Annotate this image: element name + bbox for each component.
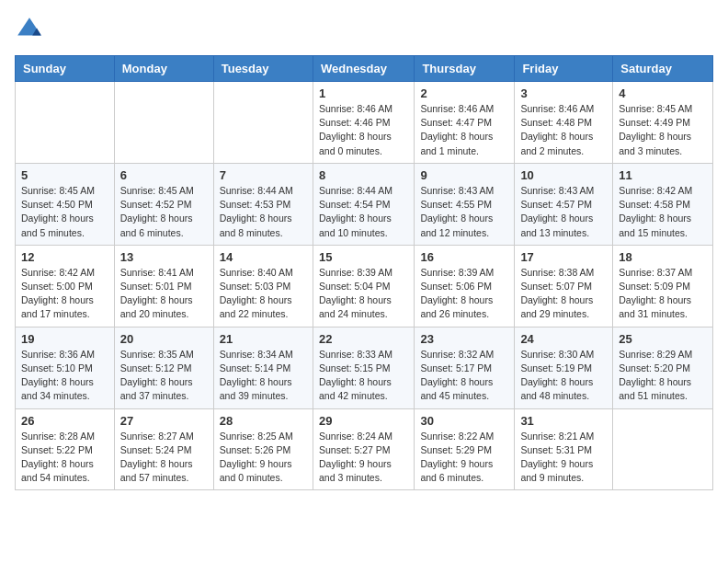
day-number: 24 — [520, 332, 607, 346]
day-cell — [16, 82, 115, 164]
day-number: 17 — [520, 250, 607, 264]
day-number: 14 — [220, 250, 307, 264]
day-cell: 26Sunrise: 8:28 AM Sunset: 5:22 PM Dayli… — [16, 408, 115, 490]
day-number: 23 — [420, 332, 508, 346]
logo — [15, 15, 48, 44]
day-info: Sunrise: 8:29 AM Sunset: 5:20 PM Dayligh… — [619, 348, 707, 404]
day-cell: 17Sunrise: 8:38 AM Sunset: 5:07 PM Dayli… — [515, 245, 613, 327]
day-number: 31 — [520, 414, 607, 428]
day-number: 11 — [619, 168, 707, 182]
day-cell — [213, 82, 313, 164]
day-cell: 18Sunrise: 8:37 AM Sunset: 5:09 PM Dayli… — [613, 245, 713, 327]
day-info: Sunrise: 8:39 AM Sunset: 5:06 PM Dayligh… — [420, 266, 508, 322]
day-number: 29 — [319, 414, 408, 428]
weekday-header-saturday: Saturday — [613, 56, 713, 82]
day-cell — [114, 82, 213, 164]
day-number: 2 — [420, 86, 508, 100]
weekday-header-thursday: Thursday — [415, 56, 515, 82]
week-row-5: 26Sunrise: 8:28 AM Sunset: 5:22 PM Dayli… — [16, 408, 713, 490]
day-info: Sunrise: 8:43 AM Sunset: 4:57 PM Dayligh… — [520, 184, 607, 240]
day-cell: 15Sunrise: 8:39 AM Sunset: 5:04 PM Dayli… — [313, 245, 414, 327]
day-cell: 1Sunrise: 8:46 AM Sunset: 4:46 PM Daylig… — [313, 82, 414, 164]
day-number: 27 — [120, 414, 208, 428]
day-cell: 21Sunrise: 8:34 AM Sunset: 5:14 PM Dayli… — [213, 327, 313, 408]
day-cell: 4Sunrise: 8:45 AM Sunset: 4:49 PM Daylig… — [613, 82, 713, 164]
day-number: 21 — [220, 332, 307, 346]
day-number: 12 — [21, 250, 108, 264]
day-cell: 10Sunrise: 8:43 AM Sunset: 4:57 PM Dayli… — [515, 163, 613, 245]
week-row-3: 12Sunrise: 8:42 AM Sunset: 5:00 PM Dayli… — [16, 245, 713, 327]
weekday-header-row: SundayMondayTuesdayWednesdayThursdayFrid… — [16, 56, 713, 82]
day-cell: 16Sunrise: 8:39 AM Sunset: 5:06 PM Dayli… — [415, 245, 515, 327]
day-number: 1 — [319, 86, 408, 100]
day-cell: 31Sunrise: 8:21 AM Sunset: 5:31 PM Dayli… — [515, 408, 613, 490]
day-info: Sunrise: 8:42 AM Sunset: 4:58 PM Dayligh… — [619, 184, 707, 240]
day-cell: 22Sunrise: 8:33 AM Sunset: 5:15 PM Dayli… — [313, 327, 414, 408]
day-cell: 28Sunrise: 8:25 AM Sunset: 5:26 PM Dayli… — [213, 408, 313, 490]
day-cell: 29Sunrise: 8:24 AM Sunset: 5:27 PM Dayli… — [313, 408, 414, 490]
day-number: 3 — [520, 86, 607, 100]
day-cell: 9Sunrise: 8:43 AM Sunset: 4:55 PM Daylig… — [415, 163, 515, 245]
day-info: Sunrise: 8:24 AM Sunset: 5:27 PM Dayligh… — [319, 430, 408, 486]
day-number: 30 — [420, 414, 508, 428]
day-number: 9 — [420, 168, 508, 182]
day-number: 15 — [319, 250, 408, 264]
day-info: Sunrise: 8:44 AM Sunset: 4:54 PM Dayligh… — [319, 184, 408, 240]
day-number: 7 — [220, 168, 307, 182]
day-cell: 20Sunrise: 8:35 AM Sunset: 5:12 PM Dayli… — [114, 327, 213, 408]
day-cell: 12Sunrise: 8:42 AM Sunset: 5:00 PM Dayli… — [16, 245, 115, 327]
day-info: Sunrise: 8:33 AM Sunset: 5:15 PM Dayligh… — [319, 348, 408, 404]
day-info: Sunrise: 8:35 AM Sunset: 5:12 PM Dayligh… — [120, 348, 208, 404]
day-info: Sunrise: 8:42 AM Sunset: 5:00 PM Dayligh… — [21, 266, 108, 322]
week-row-1: 1Sunrise: 8:46 AM Sunset: 4:46 PM Daylig… — [16, 82, 713, 164]
day-info: Sunrise: 8:34 AM Sunset: 5:14 PM Dayligh… — [220, 348, 307, 404]
day-info: Sunrise: 8:43 AM Sunset: 4:55 PM Dayligh… — [420, 184, 508, 240]
day-number: 22 — [319, 332, 408, 346]
calendar-table: SundayMondayTuesdayWednesdayThursdayFrid… — [15, 55, 713, 490]
day-cell — [613, 408, 713, 490]
day-info: Sunrise: 8:22 AM Sunset: 5:29 PM Dayligh… — [420, 430, 508, 486]
day-number: 6 — [120, 168, 208, 182]
day-info: Sunrise: 8:40 AM Sunset: 5:03 PM Dayligh… — [220, 266, 307, 322]
day-info: Sunrise: 8:39 AM Sunset: 5:04 PM Dayligh… — [319, 266, 408, 322]
day-cell: 7Sunrise: 8:44 AM Sunset: 4:53 PM Daylig… — [213, 163, 313, 245]
weekday-header-monday: Monday — [114, 56, 213, 82]
day-info: Sunrise: 8:45 AM Sunset: 4:52 PM Dayligh… — [120, 184, 208, 240]
day-cell: 3Sunrise: 8:46 AM Sunset: 4:48 PM Daylig… — [515, 82, 613, 164]
day-number: 16 — [420, 250, 508, 264]
weekday-header-tuesday: Tuesday — [213, 56, 313, 82]
day-cell: 23Sunrise: 8:32 AM Sunset: 5:17 PM Dayli… — [415, 327, 515, 408]
logo-icon — [15, 15, 44, 44]
day-number: 4 — [619, 86, 707, 100]
day-cell: 14Sunrise: 8:40 AM Sunset: 5:03 PM Dayli… — [213, 245, 313, 327]
day-cell: 2Sunrise: 8:46 AM Sunset: 4:47 PM Daylig… — [415, 82, 515, 164]
day-number: 20 — [120, 332, 208, 346]
day-cell: 11Sunrise: 8:42 AM Sunset: 4:58 PM Dayli… — [613, 163, 713, 245]
day-number: 28 — [220, 414, 307, 428]
day-number: 18 — [619, 250, 707, 264]
week-row-2: 5Sunrise: 8:45 AM Sunset: 4:50 PM Daylig… — [16, 163, 713, 245]
day-cell: 25Sunrise: 8:29 AM Sunset: 5:20 PM Dayli… — [613, 327, 713, 408]
weekday-header-sunday: Sunday — [16, 56, 115, 82]
day-number: 13 — [120, 250, 208, 264]
weekday-header-friday: Friday — [515, 56, 613, 82]
day-cell: 27Sunrise: 8:27 AM Sunset: 5:24 PM Dayli… — [114, 408, 213, 490]
day-info: Sunrise: 8:41 AM Sunset: 5:01 PM Dayligh… — [120, 266, 208, 322]
day-info: Sunrise: 8:46 AM Sunset: 4:46 PM Dayligh… — [319, 102, 408, 158]
day-info: Sunrise: 8:32 AM Sunset: 5:17 PM Dayligh… — [420, 348, 508, 404]
day-info: Sunrise: 8:46 AM Sunset: 4:48 PM Dayligh… — [520, 102, 607, 158]
day-info: Sunrise: 8:27 AM Sunset: 5:24 PM Dayligh… — [120, 430, 208, 486]
day-number: 19 — [21, 332, 108, 346]
day-number: 25 — [619, 332, 707, 346]
page-header — [15, 15, 713, 44]
day-cell: 8Sunrise: 8:44 AM Sunset: 4:54 PM Daylig… — [313, 163, 414, 245]
day-number: 5 — [21, 168, 108, 182]
day-info: Sunrise: 8:44 AM Sunset: 4:53 PM Dayligh… — [220, 184, 307, 240]
day-cell: 24Sunrise: 8:30 AM Sunset: 5:19 PM Dayli… — [515, 327, 613, 408]
day-info: Sunrise: 8:45 AM Sunset: 4:50 PM Dayligh… — [21, 184, 108, 240]
day-info: Sunrise: 8:37 AM Sunset: 5:09 PM Dayligh… — [619, 266, 707, 322]
day-info: Sunrise: 8:21 AM Sunset: 5:31 PM Dayligh… — [520, 430, 607, 486]
day-number: 26 — [21, 414, 108, 428]
day-cell: 5Sunrise: 8:45 AM Sunset: 4:50 PM Daylig… — [16, 163, 115, 245]
day-info: Sunrise: 8:45 AM Sunset: 4:49 PM Dayligh… — [619, 102, 707, 158]
